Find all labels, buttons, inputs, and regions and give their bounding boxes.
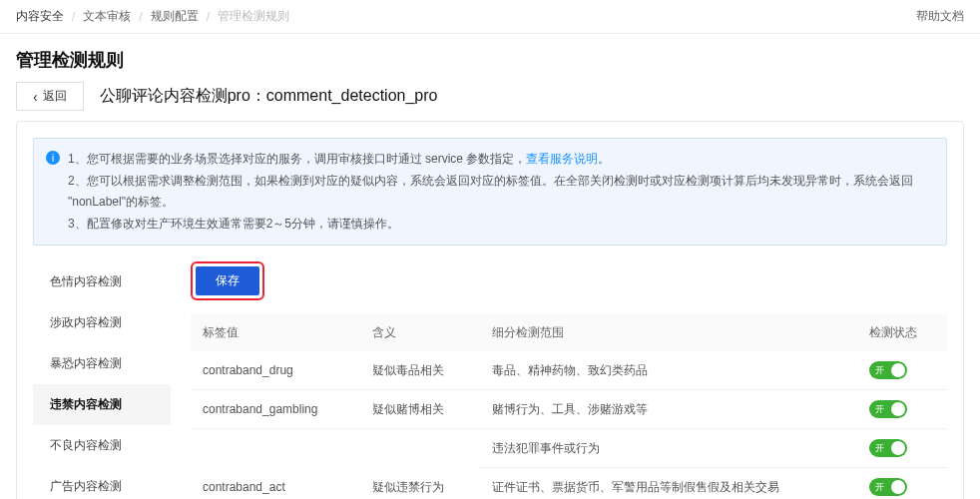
- cell-status: 开: [857, 390, 947, 429]
- sidebar-item[interactable]: 违禁内容检测: [33, 384, 171, 425]
- cell-meaning: 疑似违禁行为: [360, 429, 480, 499]
- page-title: 管理检测规则: [16, 48, 964, 72]
- cell-detail: 赌博行为、工具、涉赌游戏等: [480, 390, 857, 429]
- sidebar-item[interactable]: 涉政内容检测: [33, 302, 171, 343]
- col-tag: 标签值: [191, 314, 360, 351]
- toggle-switch[interactable]: 开: [869, 361, 907, 379]
- cell-status: 开: [857, 468, 947, 499]
- save-highlight: 保存: [191, 261, 264, 300]
- cell-detail: 违法犯罪事件或行为: [480, 429, 857, 468]
- col-status: 检测状态: [857, 314, 947, 351]
- sidebar-item[interactable]: 暴恐内容检测: [33, 343, 171, 384]
- help-docs-link[interactable]: 帮助文档: [916, 8, 964, 25]
- cell-tag: contraband_gambling: [191, 390, 360, 429]
- table-row: contraband_drug疑似毒品相关毒品、精神药物、致幻类药品开: [191, 351, 947, 390]
- cell-meaning: 疑似赌博相关: [360, 390, 480, 429]
- col-mean: 含义: [360, 314, 480, 351]
- cell-status: 开: [857, 351, 947, 390]
- cell-tag: contraband_act: [191, 429, 360, 499]
- cell-detail: 毒品、精神药物、致幻类药品: [480, 351, 857, 390]
- cell-status: 开: [857, 429, 947, 468]
- toggle-switch[interactable]: 开: [869, 400, 907, 418]
- info-icon: i: [46, 151, 60, 165]
- table-row: contraband_act疑似违禁行为违法犯罪事件或行为开: [191, 429, 947, 468]
- cell-meaning: 疑似毒品相关: [360, 351, 480, 390]
- service-name: 公聊评论内容检测pro：comment_detection_pro: [100, 86, 438, 107]
- breadcrumb: 内容安全 / 文本审核 / 规则配置 / 管理检测规则: [16, 8, 289, 25]
- toggle-switch[interactable]: 开: [869, 439, 907, 457]
- info-banner: i 1、您可根据需要的业务场景选择对应的服务，调用审核接口时通过 service…: [33, 138, 947, 246]
- toggle-switch[interactable]: 开: [869, 478, 907, 496]
- crumb-c[interactable]: 规则配置: [151, 8, 199, 25]
- category-sidebar: 色情内容检测涉政内容检测暴恐内容检测违禁内容检测不良内容检测广告内容检测宗教内容…: [33, 261, 171, 499]
- crumb-current: 管理检测规则: [218, 8, 289, 25]
- sidebar-item[interactable]: 广告内容检测: [33, 466, 171, 499]
- rules-table: 标签值 含义 细分检测范围 检测状态 contraband_drug疑似毒品相关…: [191, 314, 947, 499]
- sidebar-item[interactable]: 色情内容检测: [33, 261, 171, 302]
- table-row: contraband_gambling疑似赌博相关赌博行为、工具、涉赌游戏等开: [191, 390, 947, 429]
- cell-detail: 证件证书、票据货币、军警用品等制假售假及相关交易: [480, 468, 857, 499]
- sidebar-item[interactable]: 不良内容检测: [33, 425, 171, 466]
- crumb-b[interactable]: 文本审核: [83, 8, 131, 25]
- save-button[interactable]: 保存: [196, 266, 259, 295]
- crumb-root[interactable]: 内容安全: [16, 8, 64, 25]
- back-button[interactable]: 返回: [16, 82, 84, 111]
- col-detail: 细分检测范围: [480, 314, 857, 351]
- service-doc-link[interactable]: 查看服务说明: [526, 152, 598, 166]
- cell-tag: contraband_drug: [191, 351, 360, 390]
